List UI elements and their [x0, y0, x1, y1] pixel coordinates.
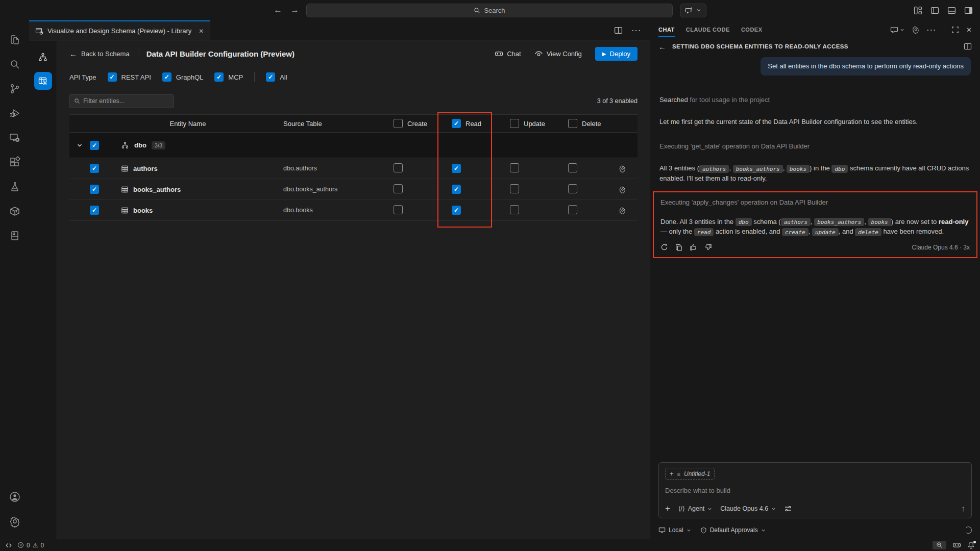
read-checkbox[interactable] [452, 206, 461, 215]
delete-checkbox[interactable] [568, 163, 577, 172]
deploy-button[interactable]: ▶ Deploy [595, 47, 638, 61]
api-type-graphql[interactable]: GraphQL [162, 72, 203, 82]
dab-config-tool-icon[interactable] [34, 72, 52, 90]
attach-icon[interactable]: + [665, 504, 670, 514]
searched-summary[interactable]: Searched for tool usage in the project [659, 95, 971, 105]
more-actions-icon[interactable]: ··· [632, 27, 642, 34]
chat-back-icon[interactable]: ← [658, 42, 666, 51]
view-config-button[interactable]: View Config [534, 49, 582, 58]
api-type-rest[interactable]: REST API [108, 72, 151, 82]
notifications-button[interactable] [967, 541, 975, 549]
schema-group-row[interactable]: dbo 3/3 [69, 133, 638, 158]
mode-selector[interactable]: ⟨/⟩ Agent [678, 505, 712, 512]
tab-codex[interactable]: CODEX [741, 22, 763, 37]
row-select-checkbox[interactable] [90, 206, 99, 215]
divider [254, 72, 255, 82]
containers-icon[interactable] [0, 199, 29, 223]
tab-claude-code[interactable]: CLAUDE CODE [686, 22, 730, 37]
problems-indicator[interactable]: 0 ⚠ 0 [17, 542, 44, 549]
split-editor-icon[interactable] [614, 26, 623, 35]
tab-chat[interactable]: CHAT [658, 22, 675, 37]
graphql-checkbox[interactable] [162, 72, 172, 82]
group-select-checkbox[interactable] [90, 141, 99, 150]
api-type-mcp[interactable]: MCP [214, 72, 243, 82]
maximize-panel-icon[interactable] [951, 26, 959, 34]
create-checkbox[interactable] [394, 184, 403, 193]
tab-close-icon[interactable]: ✕ [199, 28, 204, 35]
rest-api-checkbox[interactable] [108, 72, 117, 82]
extensions-icon[interactable] [0, 150, 29, 174]
back-to-schema-label: Back to Schema [81, 50, 130, 58]
chat-input-box[interactable]: + ≡ Untitled-1 + ⟨/⟩ Agent [658, 462, 972, 518]
play-icon: ▶ [602, 51, 606, 57]
back-to-schema-button[interactable]: ← Back to Schema [69, 49, 130, 58]
chat-prompt-input[interactable] [665, 487, 965, 494]
row-select-checkbox[interactable] [90, 164, 99, 173]
delete-checkbox[interactable] [568, 184, 577, 193]
run-debug-icon[interactable] [0, 101, 29, 126]
row-select-checkbox[interactable] [90, 185, 99, 194]
remote-explorer-icon[interactable] [0, 126, 29, 150]
toggle-panel-icon[interactable] [947, 6, 956, 15]
command-search-box[interactable]: Search [306, 4, 673, 17]
update-checkbox[interactable] [510, 163, 519, 172]
filter-entities-input[interactable] [83, 97, 165, 105]
all-checkbox[interactable] [266, 72, 275, 82]
row-settings-gear-icon[interactable] [619, 207, 626, 214]
schema-diagram-tool-icon[interactable] [34, 48, 52, 66]
row-settings-gear-icon[interactable] [619, 186, 626, 193]
update-checkbox[interactable] [510, 184, 519, 193]
tab-visualize-schema[interactable]: Visualize and Design Schema (Preview) - … [29, 20, 210, 40]
accounts-icon[interactable] [0, 485, 29, 509]
retry-icon[interactable] [660, 243, 668, 251]
target-selector[interactable]: Local [658, 527, 691, 534]
explorer-icon[interactable] [0, 28, 29, 52]
close-panel-icon[interactable]: ✕ [966, 26, 972, 34]
tools-sliders-icon[interactable] [784, 505, 792, 513]
search-sidebar-icon[interactable] [0, 52, 29, 77]
delete-checkbox[interactable] [568, 205, 577, 214]
remote-indicator[interactable] [5, 542, 12, 549]
chat-more-actions-icon[interactable]: ··· [927, 26, 937, 34]
toggle-secondary-sidebar-icon[interactable] [964, 6, 973, 15]
read-checkbox[interactable] [452, 164, 461, 173]
create-checkbox[interactable] [394, 163, 403, 172]
copilot-status-icon[interactable] [952, 541, 961, 549]
customize-layout-icon[interactable] [914, 6, 922, 15]
chat-settings-gear-icon[interactable] [912, 26, 920, 34]
context-pill[interactable]: + ≡ Untitled-1 [665, 468, 715, 480]
zoom-status-button[interactable] [933, 541, 946, 549]
model-selector[interactable]: Claude Opus 4.6 [720, 505, 776, 512]
send-icon[interactable]: ↑ [961, 504, 965, 513]
open-session-in-editor-icon[interactable] [964, 42, 972, 51]
nav-forward-icon[interactable]: → [290, 5, 299, 15]
read-checkbox[interactable] [452, 185, 461, 194]
table-row-books-authors[interactable]: books_authors dbo.books_authors [69, 179, 638, 200]
new-chat-button[interactable] [890, 26, 904, 34]
create-checkbox[interactable] [394, 205, 403, 214]
table-row-authors[interactable]: authors dbo.authors [69, 158, 638, 179]
toggle-primary-sidebar-icon[interactable] [930, 6, 939, 15]
testing-flask-icon[interactable] [0, 174, 29, 199]
table-row-books[interactable]: books dbo.books [69, 200, 638, 221]
nav-back-icon[interactable]: ← [274, 5, 282, 15]
delete-all-checkbox[interactable] [568, 119, 577, 128]
chat-message-list[interactable]: Set all entities in the dbo schema to pe… [650, 54, 980, 462]
mcp-checkbox[interactable] [214, 72, 224, 82]
source-control-icon[interactable] [0, 77, 29, 101]
database-projects-icon[interactable] [0, 223, 29, 248]
api-type-all[interactable]: All [266, 72, 287, 82]
read-all-checkbox[interactable] [452, 119, 461, 128]
thumbs-up-icon[interactable] [690, 243, 697, 251]
chevron-down-icon[interactable] [77, 142, 83, 148]
update-all-checkbox[interactable] [510, 119, 519, 128]
settings-gear-icon[interactable] [0, 509, 29, 534]
copilot-chat-button[interactable] [680, 4, 706, 17]
update-checkbox[interactable] [510, 205, 519, 214]
create-all-checkbox[interactable] [394, 119, 403, 128]
row-settings-gear-icon[interactable] [619, 165, 626, 172]
copy-icon[interactable] [675, 244, 682, 251]
approvals-selector[interactable]: Default Approvals [700, 527, 766, 534]
thumbs-down-icon[interactable] [704, 243, 712, 251]
chat-button[interactable]: Chat [495, 49, 521, 58]
